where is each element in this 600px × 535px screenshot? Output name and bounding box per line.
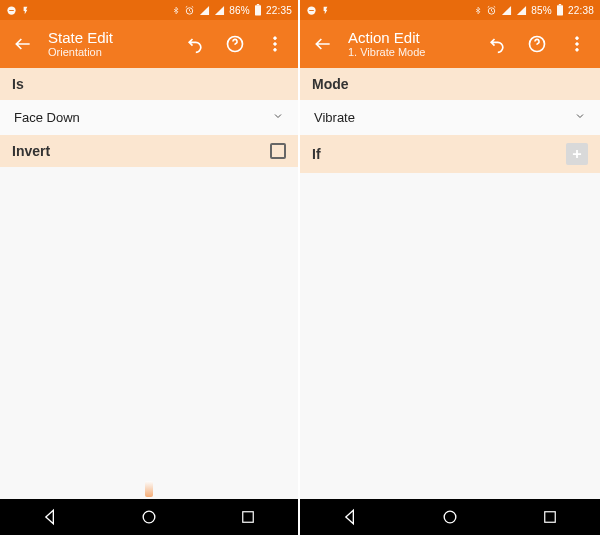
svg-point-18 bbox=[576, 43, 579, 46]
section-header-is: Is bbox=[0, 68, 298, 100]
nav-back-button[interactable] bbox=[30, 503, 70, 531]
section-label: Invert bbox=[12, 143, 50, 159]
svg-rect-10 bbox=[243, 512, 254, 523]
overflow-button[interactable] bbox=[562, 29, 592, 59]
bluetooth-icon bbox=[474, 5, 482, 16]
nav-back-button[interactable] bbox=[330, 503, 370, 531]
nav-bar bbox=[0, 499, 298, 535]
svg-rect-1 bbox=[9, 10, 14, 11]
section-header-mode: Mode bbox=[300, 68, 600, 100]
content-area: Mode Vibrate If bbox=[300, 68, 600, 499]
undo-button[interactable] bbox=[180, 29, 210, 59]
back-button[interactable] bbox=[8, 29, 38, 59]
nav-recent-button[interactable] bbox=[530, 503, 570, 531]
svg-rect-4 bbox=[257, 4, 259, 5]
svg-point-6 bbox=[274, 37, 277, 40]
page-subtitle: 1. Vibrate Mode bbox=[348, 46, 425, 59]
battery-icon bbox=[556, 4, 564, 16]
action-bar: Action Edit 1. Vibrate Mode bbox=[300, 20, 600, 68]
flash-icon bbox=[321, 5, 330, 16]
back-button[interactable] bbox=[308, 29, 338, 59]
dnd-icon bbox=[6, 5, 17, 16]
signal2-icon bbox=[214, 5, 225, 16]
svg-rect-21 bbox=[545, 512, 556, 523]
phone-left: 86% 22:35 State Edit Orientation bbox=[0, 0, 300, 535]
section-label: If bbox=[312, 146, 321, 162]
dnd-icon bbox=[306, 5, 317, 16]
dual-phone-container: 86% 22:35 State Edit Orientation bbox=[0, 0, 600, 535]
svg-point-9 bbox=[143, 511, 155, 523]
alarm-icon bbox=[184, 5, 195, 16]
svg-rect-15 bbox=[559, 4, 561, 5]
phone-right: 85% 22:38 Action Edit 1. Vibrate Mode bbox=[300, 0, 600, 535]
dropdown-value: Face Down bbox=[14, 110, 80, 125]
section-header-invert: Invert bbox=[0, 135, 298, 167]
invert-checkbox[interactable] bbox=[270, 143, 286, 159]
dropdown-is[interactable]: Face Down bbox=[0, 100, 298, 135]
nav-bar bbox=[300, 499, 600, 535]
signal2-icon bbox=[516, 5, 527, 16]
add-condition-button[interactable] bbox=[566, 143, 588, 165]
section-header-if: If bbox=[300, 135, 600, 173]
nav-home-button[interactable] bbox=[129, 503, 169, 531]
svg-point-7 bbox=[274, 43, 277, 46]
bluetooth-icon bbox=[172, 5, 180, 16]
content-area: Is Face Down Invert bbox=[0, 68, 298, 499]
status-bar: 86% 22:35 bbox=[0, 0, 298, 20]
signal-icon bbox=[199, 5, 210, 16]
overflow-button[interactable] bbox=[260, 29, 290, 59]
dropdown-mode[interactable]: Vibrate bbox=[300, 100, 600, 135]
svg-rect-3 bbox=[255, 5, 261, 15]
svg-point-8 bbox=[274, 49, 277, 52]
svg-rect-14 bbox=[557, 5, 563, 15]
help-button[interactable] bbox=[522, 29, 552, 59]
status-bar: 85% 22:38 bbox=[300, 0, 600, 20]
nav-home-button[interactable] bbox=[430, 503, 470, 531]
svg-rect-12 bbox=[309, 10, 314, 11]
signal-icon bbox=[501, 5, 512, 16]
home-indicator bbox=[145, 481, 153, 497]
help-button[interactable] bbox=[220, 29, 250, 59]
chevron-down-icon bbox=[272, 110, 284, 125]
clock-text: 22:35 bbox=[266, 5, 292, 16]
alarm-icon bbox=[486, 5, 497, 16]
action-bar-titles: State Edit Orientation bbox=[48, 29, 113, 59]
dropdown-value: Vibrate bbox=[314, 110, 355, 125]
svg-point-20 bbox=[444, 511, 456, 523]
battery-percent: 86% bbox=[229, 5, 250, 16]
battery-percent: 85% bbox=[531, 5, 552, 16]
undo-button[interactable] bbox=[482, 29, 512, 59]
svg-point-19 bbox=[576, 49, 579, 52]
clock-text: 22:38 bbox=[568, 5, 594, 16]
action-bar: State Edit Orientation bbox=[0, 20, 298, 68]
battery-icon bbox=[254, 4, 262, 16]
action-bar-titles: Action Edit 1. Vibrate Mode bbox=[348, 29, 425, 59]
page-subtitle: Orientation bbox=[48, 46, 113, 59]
flash-icon bbox=[21, 5, 30, 16]
page-title: State Edit bbox=[48, 29, 113, 46]
page-title: Action Edit bbox=[348, 29, 425, 46]
chevron-down-icon bbox=[574, 110, 586, 125]
svg-point-17 bbox=[576, 37, 579, 40]
nav-recent-button[interactable] bbox=[228, 503, 268, 531]
